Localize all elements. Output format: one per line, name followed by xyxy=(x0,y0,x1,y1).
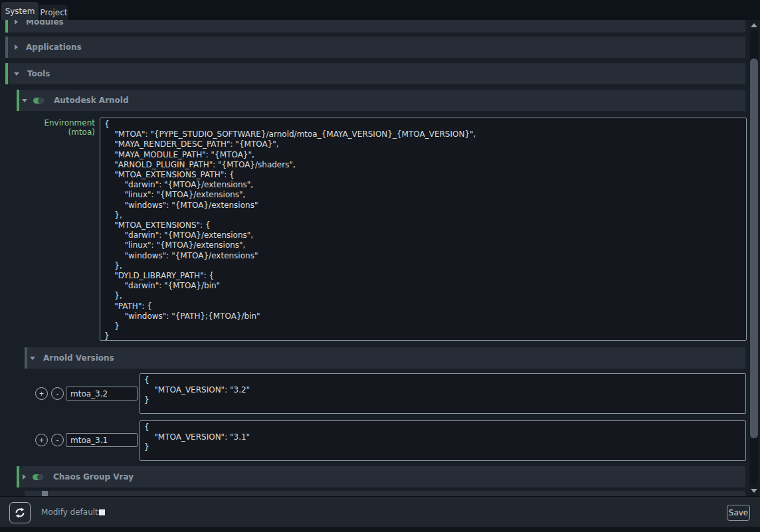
section-header-arnold-versions[interactable]: Arnold Versions xyxy=(25,347,745,369)
modified-indicator xyxy=(25,347,27,369)
add-version-button[interactable]: + xyxy=(35,387,48,400)
modified-indicator xyxy=(17,90,19,111)
partial-widget xyxy=(42,491,48,496)
tab-bar: System Project xyxy=(0,0,760,20)
modify-defaults-label: Modify defaults xyxy=(41,497,102,527)
environment-mtoa-editor[interactable]: { "MTOA": "{PYPE_STUDIO_SOFTWARE}/arnold… xyxy=(100,118,747,341)
environment-mtoa-label: Environment (mtoa) xyxy=(17,118,95,137)
toggle-knob xyxy=(38,98,44,104)
tab-label: Project xyxy=(40,8,67,17)
chevron-right-icon xyxy=(15,44,18,50)
version-value-editor[interactable]: { "MTOA_VERSION": "3.1" } xyxy=(140,420,746,461)
modified-indicator xyxy=(5,20,8,33)
modified-indicator xyxy=(17,466,19,488)
chevron-down-icon xyxy=(30,357,35,360)
section-label: Arnold Versions xyxy=(43,353,114,363)
section-label: Autodesk Arnold xyxy=(54,96,129,105)
section-header-autodesk-arnold[interactable]: Autodesk Arnold xyxy=(17,90,745,111)
section-label: Modules xyxy=(26,20,64,27)
add-version-button[interactable]: + xyxy=(35,434,48,446)
section-header-applications[interactable]: Applications xyxy=(5,37,745,58)
modified-indicator xyxy=(5,63,8,84)
remove-version-button[interactable]: - xyxy=(51,387,64,400)
version-value-editor[interactable]: { "MTOA_VERSION": "3.2" } xyxy=(140,373,746,414)
version-key-input[interactable] xyxy=(66,433,138,447)
toggle-knob xyxy=(37,474,43,480)
settings-window: Modules Applications Tools Autodesk Arno… xyxy=(0,0,760,532)
chevron-down-icon xyxy=(14,72,19,76)
scroll-up-button[interactable] xyxy=(749,20,759,31)
section-label: Applications xyxy=(26,43,82,52)
scroll-down-button[interactable] xyxy=(749,486,759,496)
vertical-scrollbar[interactable] xyxy=(749,20,759,496)
modified-indicator xyxy=(5,37,8,58)
partial-section-header xyxy=(25,491,745,496)
refresh-icon xyxy=(14,506,26,519)
settings-scroll-area: Modules Applications Tools Autodesk Arno… xyxy=(0,20,760,496)
scrollbar-thumb[interactable] xyxy=(750,58,758,438)
arrow-up-icon xyxy=(751,23,757,27)
chevron-down-icon xyxy=(22,99,27,102)
vray-enabled-toggle[interactable] xyxy=(33,474,43,480)
tab-system[interactable]: System xyxy=(1,2,39,20)
tab-label: System xyxy=(5,7,35,16)
section-label: Tools xyxy=(27,69,50,78)
modify-defaults-checkbox[interactable] xyxy=(99,509,105,515)
arrow-down-icon xyxy=(751,489,757,493)
section-header-chaos-group-vray[interactable]: Chaos Group Vray xyxy=(17,466,745,488)
arnold-enabled-toggle[interactable] xyxy=(33,98,44,104)
refresh-button[interactable] xyxy=(9,502,31,523)
section-header-modules[interactable]: Modules xyxy=(5,20,745,33)
remove-version-button[interactable]: - xyxy=(51,434,64,446)
section-header-tools[interactable]: Tools xyxy=(5,63,745,84)
chevron-right-icon xyxy=(23,474,26,480)
section-label: Chaos Group Vray xyxy=(53,472,134,482)
tab-project[interactable]: Project xyxy=(40,5,68,20)
chevron-right-icon xyxy=(15,20,18,25)
footer-bar: Modify defaults Save xyxy=(0,496,760,527)
version-key-input[interactable] xyxy=(66,387,138,400)
save-button[interactable]: Save xyxy=(727,505,750,521)
